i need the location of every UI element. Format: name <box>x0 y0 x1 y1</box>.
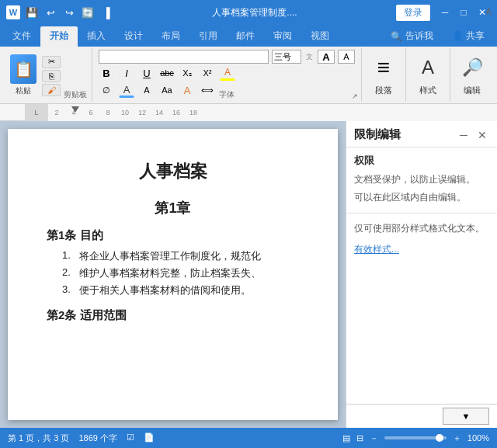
zoom-slider[interactable] <box>384 436 447 439</box>
word-count: 1869 个字 <box>78 432 117 444</box>
copy-button[interactable]: ⎘ <box>42 70 61 82</box>
panel-styles-link[interactable]: 有效样式... <box>346 238 497 261</box>
panel-close-button[interactable]: ✕ <box>475 128 489 142</box>
panel-header: 限制编辑 ─ ✕ <box>346 121 497 148</box>
cut-button[interactable]: ✂ <box>42 56 61 68</box>
share-tab[interactable]: 👤 共享 <box>443 26 494 47</box>
layout-btn2[interactable]: ⊟ <box>356 433 363 443</box>
title-bar: W 💾 ↩ ↪ 🔄 ▐ 人事档案管理制度.... 登录 ─ □ ✕ <box>0 0 497 25</box>
tab-home[interactable]: 开始 <box>40 26 78 47</box>
ribbon-toolbar: 📋 粘贴 ✂ ⎘ 🖌 剪贴板 文 A A B I U abc X₂ X² A ∅ <box>0 47 497 104</box>
ruler-mark-16: 16 <box>168 109 185 116</box>
ruler: L 2 4 6 8 10 12 14 16 18 <box>0 104 497 121</box>
check-status-icon[interactable]: ☑ <box>127 432 134 444</box>
customize-button[interactable]: 🔄 <box>81 5 95 19</box>
window-controls: ─ □ ✕ <box>436 4 491 21</box>
edit-icon: 🔎 <box>458 54 486 82</box>
redo-button[interactable]: ↪ <box>62 5 76 19</box>
doc-list: 1. 将企业人事档案管理工作制度化，规范化 2. 维护人事档案材料完整，防止档案… <box>47 249 299 297</box>
edit-group[interactable]: 🔎 编辑 <box>450 48 494 102</box>
char-spacing-button[interactable]: ⟺ <box>200 82 215 98</box>
panel-spacer <box>346 261 497 404</box>
panel-footer-button[interactable]: ▼ <box>443 408 489 425</box>
zoom-minus-button[interactable]: － <box>370 432 378 444</box>
font-name-input[interactable] <box>99 50 269 64</box>
subscript-button[interactable]: X₂ <box>179 65 195 81</box>
clear-format-button[interactable]: ∅ <box>99 82 114 98</box>
page-info: 第 1 页，共 3 页 <box>8 432 69 444</box>
paragraph-group[interactable]: ≡ 段落 <box>362 48 406 102</box>
panel-title: 限制编辑 <box>354 127 401 142</box>
ruler-left: L <box>25 104 48 121</box>
font-size-input[interactable] <box>272 50 301 64</box>
minimize-button[interactable]: ─ <box>436 4 454 21</box>
tab-layout[interactable]: 布局 <box>152 26 189 47</box>
ruler-mark-2: 2 <box>48 109 65 116</box>
superscript-button[interactable]: X² <box>200 65 215 81</box>
doc-page-title: 人事档案 <box>47 160 299 183</box>
style-label: 样式 <box>419 85 436 96</box>
font-group-label: 字体 <box>219 89 235 100</box>
doc-section1: 第1条 目的 <box>47 228 299 243</box>
format-paint-button[interactable]: 🖌 <box>42 84 61 96</box>
layout-icon[interactable]: 📄 <box>144 432 155 444</box>
undo-button[interactable]: ↩ <box>43 5 57 19</box>
tab-file[interactable]: 文件 <box>3 26 40 47</box>
font-color-button[interactable]: A <box>179 82 195 98</box>
panel-text2: 可以在此区域内自由编辑。 <box>346 189 497 207</box>
ribbon-tabs: 文件 开始 插入 设计 布局 引用 邮件 审阅 视图 🔍 告诉我 👤 共享 <box>0 25 497 47</box>
tab-design[interactable]: 设计 <box>115 26 152 47</box>
underline-button[interactable]: U <box>139 65 155 81</box>
paragraph-icon: ≡ <box>370 54 398 82</box>
tab-references[interactable]: 引用 <box>189 26 227 47</box>
paragraph-label: 段落 <box>375 85 392 96</box>
document-title: 人事档案管理制度.... <box>113 6 396 19</box>
restrict-editing-panel: 限制编辑 ─ ✕ 权限 文档受保护，以防止误编辑。 可以在此区域内自由编辑。 仅… <box>346 121 497 428</box>
ruler-mark-14: 14 <box>151 109 168 116</box>
zoom-plus-button[interactable]: ＋ <box>453 432 461 444</box>
status-left: 第 1 页，共 3 页 1869 个字 ☑ 📄 <box>8 432 335 444</box>
increase-font-button[interactable]: A <box>318 50 335 64</box>
list-item: 2. 维护人事档案材料完整，防止档案丢失、 <box>62 266 299 280</box>
list-item-text: 便于相关人事档案材料的借阅和使用。 <box>79 283 251 297</box>
italic-button[interactable]: I <box>119 65 134 81</box>
title-bar-left: W 💾 ↩ ↪ 🔄 ▐ <box>6 5 113 19</box>
clipboard-small-buttons: ✂ ⎘ 🖌 <box>42 54 61 96</box>
ruler-mark-4: 4 <box>65 109 82 116</box>
login-button[interactable]: 登录 <box>396 5 430 21</box>
clipboard-group: 📋 粘贴 ✂ ⎘ 🖌 剪贴板 <box>3 48 92 102</box>
style-group[interactable]: A 样式 <box>406 48 450 102</box>
strikethrough-button[interactable]: abc <box>159 65 175 81</box>
bold-button[interactable]: B <box>99 65 114 81</box>
text-effect-button[interactable]: A <box>139 82 155 98</box>
tab-view[interactable]: 视图 <box>301 26 339 47</box>
panel-section-title: 权限 <box>346 148 497 171</box>
status-right: ▤ ⊟ － ＋ 100% <box>342 432 489 444</box>
paste-button[interactable]: 📋 粘贴 <box>8 54 39 96</box>
search-tab[interactable]: 🔍 告诉我 <box>381 26 443 47</box>
save-button[interactable]: 💾 <box>25 5 39 19</box>
list-item: 1. 将企业人事档案管理工作制度化，规范化 <box>62 249 299 263</box>
highlight-button[interactable]: A <box>220 65 235 81</box>
font-expand-button[interactable]: ↗ <box>352 92 358 100</box>
ruler-mark-12: 12 <box>134 109 151 116</box>
panel-controls: ─ ✕ <box>457 128 489 142</box>
tab-mail[interactable]: 邮件 <box>227 26 264 47</box>
tab-insert[interactable]: 插入 <box>78 26 115 47</box>
restore-button[interactable]: □ <box>455 4 472 21</box>
style-icon: A <box>414 54 442 82</box>
right-groups: ≡ 段落 A 样式 🔎 编辑 <box>362 48 494 102</box>
font-aa-button[interactable]: Aa <box>159 82 175 98</box>
collapse-ribbon-button[interactable]: ∧ <box>485 5 492 17</box>
layout-btn1[interactable]: ▤ <box>342 433 350 443</box>
app-icon: W <box>6 5 20 19</box>
search-icon: 🔍 <box>391 31 402 42</box>
zoom-level: 100% <box>467 433 489 443</box>
more-button[interactable]: ▐ <box>99 5 113 19</box>
tab-review[interactable]: 审阅 <box>264 26 301 47</box>
font-color-button-a[interactable]: A <box>119 82 134 98</box>
ruler-mark-8: 8 <box>99 109 116 116</box>
decrease-font-button[interactable]: A <box>338 50 355 64</box>
doc-area: 人事档案 第1章 第1条 目的 1. 将企业人事档案管理工作制度化，规范化 2.… <box>0 121 497 428</box>
panel-minimize-button[interactable]: ─ <box>457 128 471 142</box>
